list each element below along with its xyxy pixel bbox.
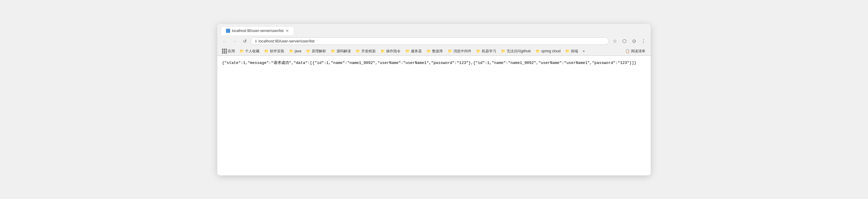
folder-icon: 📁 xyxy=(536,49,540,53)
bookmark-java[interactable]: 📁 java xyxy=(287,48,303,54)
back-button[interactable]: ← xyxy=(220,37,229,45)
bookmark-java-label: java xyxy=(295,49,301,53)
reading-list-button[interactable]: 📋 阅读清单 xyxy=(623,48,648,55)
folder-icon: 📁 xyxy=(427,49,431,53)
bookmark-server[interactable]: 📁 服务器 xyxy=(403,48,424,55)
bookmark-apps[interactable]: 应用 xyxy=(220,48,237,55)
folder-icon: 📁 xyxy=(240,49,244,53)
url-text: localhost:90/user-server/user/list xyxy=(258,39,314,43)
tab-favicon xyxy=(226,29,230,33)
bookmark-github-label: 无法访问github xyxy=(507,49,531,54)
bookmark-ops[interactable]: 📁 操作指令 xyxy=(378,48,403,55)
bookmark-ml[interactable]: 📁 机器学习 xyxy=(474,48,498,55)
bookmark-mq-label: 消息中间件 xyxy=(454,49,471,54)
bookmark-db[interactable]: 📁 数据库 xyxy=(425,48,445,55)
browser-window: localhost:90/user-server/user/list ✕ ← →… xyxy=(217,24,651,175)
bookmark-software[interactable]: 📁 软件安装 xyxy=(262,48,286,55)
bookmark-springcloud[interactable]: 📁 spring cloud xyxy=(533,48,563,54)
tab-close-button[interactable]: ✕ xyxy=(285,28,289,33)
browser-chrome: localhost:90/user-server/user/list ✕ ← →… xyxy=(217,24,651,56)
folder-icon: 📁 xyxy=(356,49,360,53)
profile-button[interactable]: ⊙ xyxy=(630,37,638,45)
bookmark-ml-label: 机器学习 xyxy=(482,49,496,54)
bookmark-db-label: 数据库 xyxy=(432,49,443,54)
bookmark-yuanli[interactable]: 📁 原理解析 xyxy=(304,48,328,55)
bookmark-springcloud-label: spring cloud xyxy=(541,49,561,53)
toolbar-right: ☆ ⬡ ⊙ ⋮ xyxy=(611,37,648,45)
folder-icon: 📁 xyxy=(380,49,385,53)
extension-button[interactable]: ⬡ xyxy=(620,37,628,45)
bookmarks-more-button[interactable]: » xyxy=(581,48,586,54)
folder-icon: 📁 xyxy=(565,49,570,53)
reading-list-icon: 📋 xyxy=(625,49,630,53)
tab-bar: localhost:90/user-server/user/list ✕ xyxy=(217,24,651,35)
bookmark-source[interactable]: 📁 源码解读 xyxy=(329,48,353,55)
bookmark-mq[interactable]: 📁 消息中间件 xyxy=(446,48,473,55)
bookmark-github[interactable]: 📁 无法访问github xyxy=(499,48,533,55)
lock-icon: ℹ xyxy=(255,39,257,43)
address-bar[interactable]: ℹ localhost:90/user-server/user/list xyxy=(251,37,609,45)
folder-icon: 📁 xyxy=(448,49,452,53)
menu-button[interactable]: ⋮ xyxy=(639,37,648,45)
reading-list-label: 阅读清单 xyxy=(631,49,645,54)
tab-title: localhost:90/user-server/user/list xyxy=(232,29,284,33)
active-tab[interactable]: localhost:90/user-server/user/list ✕ xyxy=(221,26,294,35)
bookmark-devframe[interactable]: 📁 开发框架 xyxy=(353,48,378,55)
json-response: {"state":1,"message":"请求成功","data":[{"id… xyxy=(222,61,637,65)
bookmark-software-label: 软件安装 xyxy=(270,49,284,54)
apps-grid-icon xyxy=(222,49,227,54)
folder-icon: 📁 xyxy=(331,49,335,53)
bookmarks-bar: 应用 📁 个人收藏 📁 软件安装 📁 java 📁 原理解析 📁 源码解读 xyxy=(217,47,651,56)
bookmark-personal[interactable]: 📁 个人收藏 xyxy=(237,48,261,55)
folder-icon: 📁 xyxy=(289,49,293,53)
reload-button[interactable]: ↺ xyxy=(241,37,249,45)
folder-icon: 📁 xyxy=(264,49,269,53)
bookmark-personal-label: 个人收藏 xyxy=(245,49,259,54)
bookmark-frontend[interactable]: 📁 前端 xyxy=(563,48,580,55)
folder-icon: 📁 xyxy=(476,49,480,53)
address-bar-row: ← → ↺ ℹ localhost:90/user-server/user/li… xyxy=(217,35,651,47)
folder-icon: 📁 xyxy=(405,49,410,53)
folder-icon: 📁 xyxy=(306,49,311,53)
star-button[interactable]: ☆ xyxy=(611,37,619,45)
forward-button[interactable]: → xyxy=(230,37,239,45)
bookmark-frontend-label: 前端 xyxy=(571,49,578,54)
bookmark-ops-label: 操作指令 xyxy=(386,49,401,54)
bookmark-devframe-label: 开发框架 xyxy=(361,49,376,54)
page-content: {"state":1,"message":"请求成功","data":[{"id… xyxy=(217,56,651,175)
bookmark-apps-label: 应用 xyxy=(228,49,235,54)
bookmark-source-label: 源码解读 xyxy=(337,49,351,54)
folder-icon: 📁 xyxy=(501,49,505,53)
bookmark-yuanli-label: 原理解析 xyxy=(312,49,326,54)
bookmark-server-label: 服务器 xyxy=(411,49,422,54)
